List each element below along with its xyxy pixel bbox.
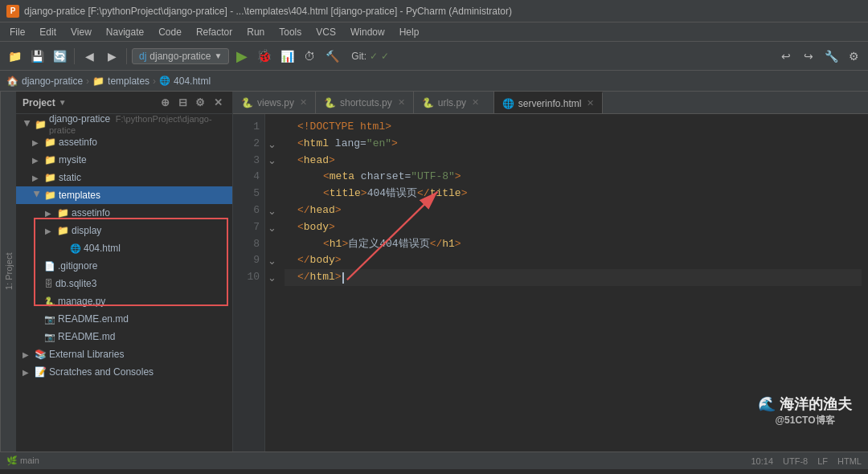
menu-file[interactable]: File (3, 25, 31, 39)
l10-b1: </ (297, 269, 310, 286)
external-label: External Libraries (49, 349, 232, 360)
sidebar-settings-btn[interactable]: ⚙ (192, 95, 208, 111)
tree-assetinfo[interactable]: ▶ 📁 assetinfo (16, 133, 232, 151)
scratches-label: Scratches and Consoles (49, 366, 232, 378)
tree-scratches[interactable]: ▶ 📝 Scratches and Consoles (16, 363, 232, 381)
tree-mysite[interactable]: ▶ 📁 mysite (16, 151, 232, 169)
tree-templates-assetinfo[interactable]: ▶ 📁 assetinfo (16, 204, 232, 222)
tree-404html[interactable]: ▶ 🌐 404.html (16, 239, 232, 257)
toolbar-save-btn[interactable]: 💾 (27, 47, 47, 66)
tree-templates[interactable]: ▶ 📁 templates (16, 186, 232, 204)
tab-shortcuts[interactable]: 🐍 shortcuts.py ✕ (316, 92, 414, 113)
git-section: Git: ✓ ✓ (351, 51, 389, 62)
status-line-sep: LF (817, 456, 828, 466)
l4-b2: > (455, 169, 461, 186)
tree-root[interactable]: ▶ 📁 django-pratice F:\pythonProject\djan… (16, 116, 232, 133)
l6-tag: head (310, 202, 335, 219)
tab-views-label: views.py (257, 97, 294, 108)
toolbar-coverage-btn[interactable]: 📊 (277, 47, 297, 66)
menu-help[interactable]: Help (393, 25, 426, 39)
tab-serverinfo-close[interactable]: ✕ (587, 98, 594, 108)
tab-urls-close[interactable]: ✕ (472, 97, 479, 108)
l6-b1: </ (297, 202, 310, 219)
assetinfo-label: assetinfo (59, 137, 232, 148)
menu-run[interactable]: Run (240, 25, 271, 39)
sidebar-collapse-btn[interactable]: ⊟ (174, 95, 190, 111)
watermark-line2: @51CTO博客 (758, 414, 852, 427)
l5-tag: title (330, 186, 361, 202)
menu-vcs[interactable]: VCS (309, 25, 342, 39)
tab-views[interactable]: 🐍 views.py ✕ (233, 92, 316, 113)
tree-sqlite[interactable]: ▶ 🗄 db.sqlite3 (16, 275, 232, 292)
gutter-4 (265, 169, 278, 186)
toolbar-debug-btn[interactable]: 🐞 (255, 47, 274, 66)
mysite-icon: 📁 (44, 154, 56, 165)
gutter-6[interactable]: ⌄ (265, 202, 278, 219)
toolbar-refresh-btn[interactable]: 🔄 (50, 47, 69, 66)
root-icon: 📁 (35, 119, 47, 130)
toolbar-redo-btn[interactable]: ↪ (799, 47, 818, 66)
code-editor[interactable]: 1 2 3 4 5 6 7 8 9 10 ⌄ ⌄ ⌄ ⌄ ⌄ (233, 114, 868, 452)
gutter-8 (265, 236, 278, 253)
toolbar-run-btn[interactable]: ▶ (232, 47, 252, 66)
gutter-9[interactable]: ⌄ (265, 252, 278, 269)
tree-readme[interactable]: ▶ 📷 README.md (16, 328, 232, 345)
py-icon: 🐍 (44, 296, 55, 307)
app-icon: P (6, 5, 19, 18)
breadcrumb-templates[interactable]: 📁 templates (92, 76, 149, 87)
tree-readme-en[interactable]: ▶ 📷 README.en.md (16, 310, 232, 328)
tab-views-close[interactable]: ✕ (300, 97, 307, 108)
main-layout: 1: Project Project ▼ ⊕ ⊟ ⚙ ✕ ▶ 📁 django-… (0, 92, 868, 452)
templates-icon: 📁 (44, 190, 56, 201)
menu-navigate[interactable]: Navigate (100, 25, 150, 39)
gutter-7[interactable]: ⌄ (265, 219, 278, 236)
sidebar-sync-btn[interactable]: ⊕ (157, 95, 173, 111)
project-panel-label[interactable]: 1: Project (0, 92, 16, 452)
status-left: 🌿 main (6, 456, 39, 466)
project-label-text: 1: Project (4, 253, 14, 290)
l10-b2: > (335, 269, 342, 286)
toolbar-undo-btn[interactable]: ↩ (776, 47, 796, 66)
menu-tools[interactable]: Tools (272, 25, 308, 39)
menu-window[interactable]: Window (344, 25, 391, 39)
gutter-2[interactable]: ⌄ (265, 136, 278, 153)
tab-serverinfo[interactable]: 🌐 serverinfo.html ✕ (494, 92, 604, 113)
l5-b1: < (323, 186, 330, 202)
display-icon: 📁 (57, 225, 69, 236)
toolbar-extra-btn[interactable]: ⚙ (844, 47, 863, 66)
menu-view[interactable]: View (64, 25, 98, 39)
code-line-9: </body> (285, 252, 862, 269)
code-line-7: <body> (285, 219, 862, 236)
gutter-10[interactable]: ⌄ (265, 269, 278, 286)
tree-gitignore[interactable]: ▶ 📄 .gitignore (16, 257, 232, 275)
sidebar-hide-btn[interactable]: ✕ (210, 95, 226, 111)
toolbar-open-btn[interactable]: 📁 (5, 47, 24, 66)
sidebar-title: Project (23, 97, 55, 108)
tree-static[interactable]: ▶ 📁 static (16, 169, 232, 186)
toolbar-profile-btn[interactable]: ⏱ (300, 47, 319, 66)
l2-attr: lang= (329, 136, 366, 153)
gutter-3[interactable]: ⌄ (265, 153, 278, 170)
editor-tabs: 🐍 views.py ✕ 🐍 shortcuts.py ✕ 🐍 urls.py … (233, 92, 868, 114)
breadcrumb-templates-label: templates (108, 76, 149, 87)
l9-tag: body (310, 252, 335, 269)
tree-display[interactable]: ▶ 📁 display (16, 222, 232, 239)
project-selector[interactable]: dj django-pratice ▼ (132, 48, 229, 64)
menu-refactor[interactable]: Refactor (190, 25, 239, 39)
tab-shortcuts-close[interactable]: ✕ (398, 97, 405, 108)
menu-edit[interactable]: Edit (33, 25, 63, 39)
toolbar-build-btn[interactable]: 🔨 (322, 47, 342, 66)
menu-code[interactable]: Code (152, 25, 188, 39)
project-name: django-pratice (149, 51, 211, 62)
tree-external-libraries[interactable]: ▶ 📚 External Libraries (16, 345, 232, 363)
toolbar-settings-btn[interactable]: 🔧 (821, 47, 841, 66)
breadcrumb-project[interactable]: 🏠 django-pratice (6, 76, 83, 87)
tab-urls[interactable]: 🐍 urls.py ✕ (414, 92, 494, 113)
l2-b2: > (391, 136, 398, 153)
toolbar-forward-btn[interactable]: ▶ (102, 47, 121, 66)
breadcrumb-file[interactable]: 🌐 404.html (159, 76, 211, 87)
tab-shortcuts-icon: 🐍 (324, 97, 336, 108)
tree-manage[interactable]: ▶ 🐍 manage.py (16, 292, 232, 310)
status-right: 10:14 UTF-8 LF HTML (751, 456, 862, 466)
toolbar-back-btn[interactable]: ◀ (80, 47, 99, 66)
